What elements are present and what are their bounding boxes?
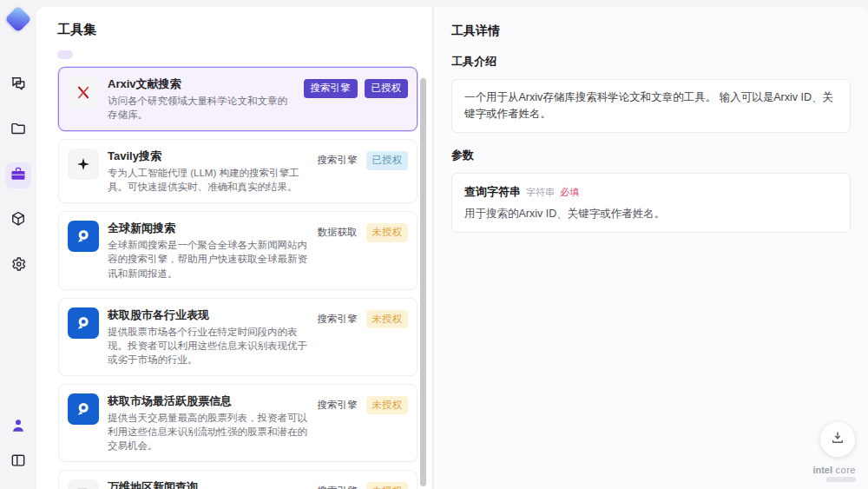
app-window: 工具集 Arxiv文献搜索 访问各个研究领域大量科学论文和文章的存储库。 搜索引…	[0, 0, 868, 489]
tool-name: 全球新闻搜索	[108, 221, 309, 235]
search-app-icon	[68, 393, 99, 425]
tool-name: 获取市场最活跃股票信息	[108, 393, 309, 408]
tool-card-body: 获取股市各行业表现 提供股票市场各个行业在特定时间段内的表现。投资者可以利用这些…	[108, 307, 316, 367]
tool-card[interactable]: Tavily搜索 专为人工智能代理 (LLM) 构建的搜索引擎工具。可快速提供实…	[58, 139, 418, 203]
tool-card[interactable]: Arxiv文献搜索 访问各个研究领域大量科学论文和文章的存储库。 搜索引擎 已授…	[58, 67, 418, 131]
newspaper-icon	[68, 479, 99, 489]
arxiv-logo-icon	[68, 76, 99, 108]
gear-icon	[10, 255, 27, 276]
tool-name: 万维地区新闻查询	[108, 479, 309, 489]
tool-detail-panel: 工具详情 工具介绍 一个用于从Arxiv存储库搜索科学论文和文章的工具。 输入可…	[434, 7, 868, 489]
sidebar-item-collapse[interactable]	[5, 449, 31, 475]
tool-name: 获取股市各行业表现	[108, 307, 309, 322]
detail-title: 工具详情	[451, 7, 851, 39]
tool-badges: 搜索引擎 未授权	[316, 482, 409, 489]
tool-name: Tavily搜索	[108, 149, 309, 163]
tool-card-body: Tavily搜索 专为人工智能代理 (LLM) 构建的搜索引擎工具。可快速提供实…	[108, 149, 316, 194]
tool-card[interactable]: 获取股市各行业表现 提供股票市场各个行业在特定时间段内的表现。投资者可以利用这些…	[58, 298, 418, 376]
auth-badge: 已授权	[366, 151, 409, 170]
auth-badge: 未授权	[366, 396, 409, 415]
tool-list: Arxiv文献搜索 访问各个研究领域大量科学论文和文章的存储库。 搜索引擎 已授…	[58, 67, 418, 489]
tool-card-body: 获取市场最活跃股票信息 提供当天交易量最高的股票列表，投资者可以利用这些信息来识…	[108, 393, 316, 453]
tool-badges: 数据获取 未授权	[316, 223, 409, 242]
tool-card[interactable]: 获取市场最活跃股票信息 提供当天交易量最高的股票列表，投资者可以利用这些信息来识…	[58, 384, 418, 462]
param-name: 查询字符串	[464, 184, 521, 200]
param-description: 用于搜索的Arxiv ID、关键字或作者姓名。	[464, 207, 838, 221]
tool-intro-text: 一个用于从Arxiv存储库搜索科学论文和文章的工具。 输入可以是Arxiv ID…	[451, 79, 851, 133]
category-tab[interactable]	[106, 50, 122, 59]
search-app-icon	[68, 221, 99, 252]
sidebar-bottom	[5, 414, 31, 489]
left-sidebar	[0, 0, 36, 489]
search-app-icon	[68, 307, 99, 339]
tool-card-body: 全球新闻搜索 全球新闻搜索是一个聚合全球各大新闻网站内容的搜索引擎，帮助用户快速…	[108, 221, 316, 280]
panel-toggle-icon	[10, 452, 27, 472]
chat-icon	[10, 75, 27, 96]
param-type: 字符串	[526, 186, 555, 199]
tool-badges: 搜索引擎 未授权	[316, 310, 409, 329]
sidebar-item-plugins[interactable]	[5, 208, 31, 234]
category-badge: 搜索引擎	[316, 396, 359, 415]
toolbox-icon	[10, 165, 27, 186]
sidebar-nav	[5, 72, 31, 279]
params-heading: 参数	[451, 148, 851, 163]
sidebar-item-account[interactable]	[5, 414, 31, 440]
tool-card[interactable]: 全球新闻搜索 全球新闻搜索是一个聚合全球各大新闻网站内容的搜索引擎，帮助用户快速…	[58, 211, 418, 289]
category-badge: 搜索引擎	[316, 151, 359, 170]
tool-name: Arxiv文献搜索	[108, 76, 297, 91]
tool-description: 专为人工智能代理 (LLM) 构建的搜索引擎工具。可快速提供实时、准确和真实的结…	[108, 166, 309, 194]
category-badge: 搜索引擎	[316, 310, 359, 329]
auth-badge: 未授权	[366, 482, 409, 489]
download-icon	[830, 430, 845, 449]
sidebar-item-files[interactable]	[5, 117, 31, 143]
page-title: 工具集	[57, 22, 432, 38]
auth-badge: 未授权	[366, 223, 409, 242]
tavily-star-icon	[68, 149, 99, 180]
param-list: 查询字符串 字符串 必填 用于搜索的Arxiv ID、关键字或作者姓名。	[451, 173, 851, 233]
category-tabs	[57, 50, 432, 59]
intel-core-label: intel core	[812, 465, 856, 475]
intro-heading: 工具介绍	[451, 54, 851, 69]
tool-description: 提供当天交易量最高的股票列表，投资者可以利用这些信息来识别流动性强的股票和潜在的…	[108, 411, 309, 453]
category-tab[interactable]	[130, 50, 146, 59]
sidebar-item-settings[interactable]	[5, 253, 31, 279]
folder-icon	[10, 120, 27, 141]
auth-badge: 未授权	[366, 310, 409, 329]
tool-card-body: Arxiv文献搜索 访问各个研究领域大量科学论文和文章的存储库。	[108, 76, 304, 122]
tool-description: 全球新闻搜索是一个聚合全球各大新闻网站内容的搜索引擎，帮助用户快速获取全球最新资…	[108, 238, 309, 280]
tool-card-body: 万维地区新闻查询 查询具体行政区划内的新闻，快速了解各地新闻动	[108, 479, 316, 489]
sidebar-item-chat[interactable]	[5, 72, 31, 98]
category-tab[interactable]	[57, 50, 73, 59]
category-badge: 搜索引擎	[304, 79, 358, 98]
intel-core-badge: intel core	[812, 465, 856, 482]
category-badge: 数据获取	[316, 223, 359, 242]
param-required-badge: 必填	[560, 186, 579, 199]
cube-icon	[10, 210, 27, 231]
list-scrollbar[interactable]	[420, 78, 426, 486]
user-icon	[10, 417, 27, 438]
tool-list-panel: 工具集 Arxiv文献搜索 访问各个研究领域大量科学论文和文章的存储库。 搜索引…	[36, 7, 433, 489]
tool-badges: 搜索引擎 未授权	[316, 396, 409, 415]
tool-badges: 搜索引擎 已授权	[316, 151, 409, 170]
app-logo-icon	[4, 5, 31, 32]
tool-badges: 搜索引擎 已授权	[304, 79, 409, 98]
category-badge: 搜索引擎	[316, 482, 359, 489]
sidebar-item-tools[interactable]	[5, 162, 31, 188]
tool-description: 访问各个研究领域大量科学论文和文章的存储库。	[108, 94, 297, 122]
param-card: 查询字符串 字符串 必填 用于搜索的Arxiv ID、关键字或作者姓名。	[451, 173, 851, 233]
auth-badge: 已授权	[365, 79, 409, 98]
download-button[interactable]	[820, 422, 855, 457]
category-tab[interactable]	[82, 50, 97, 59]
param-header: 查询字符串 字符串 必填	[464, 184, 838, 200]
tool-description: 提供股票市场各个行业在特定时间段内的表现。投资者可以利用这些信息来识别表现优于或…	[108, 325, 309, 367]
intel-sub-mark	[826, 477, 856, 482]
tool-card[interactable]: 万维地区新闻查询 查询具体行政区划内的新闻，快速了解各地新闻动 搜索引擎 未授权	[58, 470, 418, 489]
